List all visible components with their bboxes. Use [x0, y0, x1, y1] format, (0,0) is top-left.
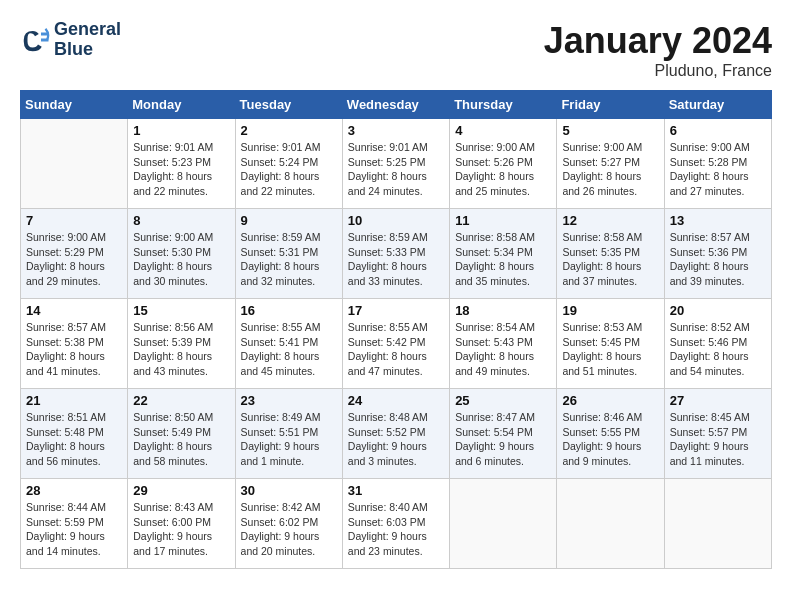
day-detail: Sunrise: 9:01 AMSunset: 5:25 PMDaylight:…: [348, 140, 444, 199]
month-title: January 2024: [544, 20, 772, 62]
day-number: 27: [670, 393, 766, 408]
weekday-header-cell: Thursday: [450, 91, 557, 119]
calendar-cell: 21Sunrise: 8:51 AMSunset: 5:48 PMDayligh…: [21, 389, 128, 479]
day-number: 22: [133, 393, 229, 408]
logo-icon: [20, 25, 50, 55]
day-number: 24: [348, 393, 444, 408]
day-number: 21: [26, 393, 122, 408]
day-detail: Sunrise: 8:58 AMSunset: 5:34 PMDaylight:…: [455, 230, 551, 289]
calendar-cell: 20Sunrise: 8:52 AMSunset: 5:46 PMDayligh…: [664, 299, 771, 389]
weekday-header-cell: Sunday: [21, 91, 128, 119]
day-number: 28: [26, 483, 122, 498]
calendar-cell: 23Sunrise: 8:49 AMSunset: 5:51 PMDayligh…: [235, 389, 342, 479]
calendar-cell: 9Sunrise: 8:59 AMSunset: 5:31 PMDaylight…: [235, 209, 342, 299]
weekday-header-cell: Friday: [557, 91, 664, 119]
calendar-cell: 30Sunrise: 8:42 AMSunset: 6:02 PMDayligh…: [235, 479, 342, 569]
weekday-header-row: SundayMondayTuesdayWednesdayThursdayFrid…: [21, 91, 772, 119]
day-detail: Sunrise: 8:50 AMSunset: 5:49 PMDaylight:…: [133, 410, 229, 469]
day-detail: Sunrise: 8:47 AMSunset: 5:54 PMDaylight:…: [455, 410, 551, 469]
day-number: 5: [562, 123, 658, 138]
day-number: 25: [455, 393, 551, 408]
calendar-cell: 7Sunrise: 9:00 AMSunset: 5:29 PMDaylight…: [21, 209, 128, 299]
calendar-body: 1Sunrise: 9:01 AMSunset: 5:23 PMDaylight…: [21, 119, 772, 569]
day-detail: Sunrise: 8:45 AMSunset: 5:57 PMDaylight:…: [670, 410, 766, 469]
day-number: 15: [133, 303, 229, 318]
day-detail: Sunrise: 8:42 AMSunset: 6:02 PMDaylight:…: [241, 500, 337, 559]
day-detail: Sunrise: 8:44 AMSunset: 5:59 PMDaylight:…: [26, 500, 122, 559]
day-number: 16: [241, 303, 337, 318]
calendar-week-row: 1Sunrise: 9:01 AMSunset: 5:23 PMDaylight…: [21, 119, 772, 209]
calendar-cell: 17Sunrise: 8:55 AMSunset: 5:42 PMDayligh…: [342, 299, 449, 389]
logo-text: General Blue: [54, 20, 121, 60]
day-number: 9: [241, 213, 337, 228]
calendar-cell: 26Sunrise: 8:46 AMSunset: 5:55 PMDayligh…: [557, 389, 664, 479]
calendar-cell: 5Sunrise: 9:00 AMSunset: 5:27 PMDaylight…: [557, 119, 664, 209]
day-number: 7: [26, 213, 122, 228]
day-number: 10: [348, 213, 444, 228]
day-detail: Sunrise: 8:49 AMSunset: 5:51 PMDaylight:…: [241, 410, 337, 469]
day-detail: Sunrise: 8:55 AMSunset: 5:41 PMDaylight:…: [241, 320, 337, 379]
weekday-header-cell: Wednesday: [342, 91, 449, 119]
calendar-cell: 8Sunrise: 9:00 AMSunset: 5:30 PMDaylight…: [128, 209, 235, 299]
location: Pluduno, France: [544, 62, 772, 80]
day-detail: Sunrise: 8:54 AMSunset: 5:43 PMDaylight:…: [455, 320, 551, 379]
logo: General Blue: [20, 20, 121, 60]
calendar-cell: 6Sunrise: 9:00 AMSunset: 5:28 PMDaylight…: [664, 119, 771, 209]
day-detail: Sunrise: 8:59 AMSunset: 5:33 PMDaylight:…: [348, 230, 444, 289]
calendar-week-row: 28Sunrise: 8:44 AMSunset: 5:59 PMDayligh…: [21, 479, 772, 569]
calendar-cell: 16Sunrise: 8:55 AMSunset: 5:41 PMDayligh…: [235, 299, 342, 389]
calendar-cell: [557, 479, 664, 569]
day-detail: Sunrise: 8:57 AMSunset: 5:38 PMDaylight:…: [26, 320, 122, 379]
calendar-cell: 10Sunrise: 8:59 AMSunset: 5:33 PMDayligh…: [342, 209, 449, 299]
calendar-cell: 4Sunrise: 9:00 AMSunset: 5:26 PMDaylight…: [450, 119, 557, 209]
calendar-cell: 14Sunrise: 8:57 AMSunset: 5:38 PMDayligh…: [21, 299, 128, 389]
day-detail: Sunrise: 9:01 AMSunset: 5:24 PMDaylight:…: [241, 140, 337, 199]
day-number: 13: [670, 213, 766, 228]
day-detail: Sunrise: 8:46 AMSunset: 5:55 PMDaylight:…: [562, 410, 658, 469]
day-detail: Sunrise: 9:00 AMSunset: 5:27 PMDaylight:…: [562, 140, 658, 199]
day-detail: Sunrise: 8:48 AMSunset: 5:52 PMDaylight:…: [348, 410, 444, 469]
day-number: 6: [670, 123, 766, 138]
calendar-cell: 24Sunrise: 8:48 AMSunset: 5:52 PMDayligh…: [342, 389, 449, 479]
day-number: 2: [241, 123, 337, 138]
day-detail: Sunrise: 8:56 AMSunset: 5:39 PMDaylight:…: [133, 320, 229, 379]
day-detail: Sunrise: 9:00 AMSunset: 5:29 PMDaylight:…: [26, 230, 122, 289]
day-detail: Sunrise: 8:53 AMSunset: 5:45 PMDaylight:…: [562, 320, 658, 379]
calendar-cell: 31Sunrise: 8:40 AMSunset: 6:03 PMDayligh…: [342, 479, 449, 569]
calendar-week-row: 21Sunrise: 8:51 AMSunset: 5:48 PMDayligh…: [21, 389, 772, 479]
calendar-week-row: 14Sunrise: 8:57 AMSunset: 5:38 PMDayligh…: [21, 299, 772, 389]
calendar-cell: 2Sunrise: 9:01 AMSunset: 5:24 PMDaylight…: [235, 119, 342, 209]
day-number: 8: [133, 213, 229, 228]
weekday-header-cell: Monday: [128, 91, 235, 119]
calendar-cell: [450, 479, 557, 569]
day-number: 26: [562, 393, 658, 408]
calendar-cell: 1Sunrise: 9:01 AMSunset: 5:23 PMDaylight…: [128, 119, 235, 209]
day-number: 4: [455, 123, 551, 138]
day-number: 30: [241, 483, 337, 498]
day-detail: Sunrise: 9:00 AMSunset: 5:26 PMDaylight:…: [455, 140, 551, 199]
calendar-cell: 27Sunrise: 8:45 AMSunset: 5:57 PMDayligh…: [664, 389, 771, 479]
calendar-cell: 3Sunrise: 9:01 AMSunset: 5:25 PMDaylight…: [342, 119, 449, 209]
day-number: 11: [455, 213, 551, 228]
calendar-cell: [664, 479, 771, 569]
weekday-header-cell: Saturday: [664, 91, 771, 119]
calendar-cell: 13Sunrise: 8:57 AMSunset: 5:36 PMDayligh…: [664, 209, 771, 299]
day-detail: Sunrise: 8:58 AMSunset: 5:35 PMDaylight:…: [562, 230, 658, 289]
day-detail: Sunrise: 9:01 AMSunset: 5:23 PMDaylight:…: [133, 140, 229, 199]
day-detail: Sunrise: 8:43 AMSunset: 6:00 PMDaylight:…: [133, 500, 229, 559]
day-number: 1: [133, 123, 229, 138]
day-number: 12: [562, 213, 658, 228]
calendar-cell: 28Sunrise: 8:44 AMSunset: 5:59 PMDayligh…: [21, 479, 128, 569]
day-detail: Sunrise: 8:57 AMSunset: 5:36 PMDaylight:…: [670, 230, 766, 289]
day-detail: Sunrise: 8:59 AMSunset: 5:31 PMDaylight:…: [241, 230, 337, 289]
calendar-cell: [21, 119, 128, 209]
calendar-cell: 18Sunrise: 8:54 AMSunset: 5:43 PMDayligh…: [450, 299, 557, 389]
day-detail: Sunrise: 9:00 AMSunset: 5:30 PMDaylight:…: [133, 230, 229, 289]
day-number: 17: [348, 303, 444, 318]
day-detail: Sunrise: 9:00 AMSunset: 5:28 PMDaylight:…: [670, 140, 766, 199]
calendar-table: SundayMondayTuesdayWednesdayThursdayFrid…: [20, 90, 772, 569]
day-detail: Sunrise: 8:52 AMSunset: 5:46 PMDaylight:…: [670, 320, 766, 379]
calendar-cell: 15Sunrise: 8:56 AMSunset: 5:39 PMDayligh…: [128, 299, 235, 389]
calendar-cell: 19Sunrise: 8:53 AMSunset: 5:45 PMDayligh…: [557, 299, 664, 389]
day-number: 20: [670, 303, 766, 318]
